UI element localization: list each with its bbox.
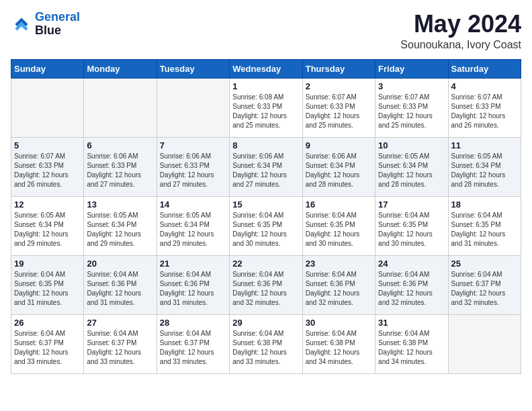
day-info: Sunrise: 6:07 AM Sunset: 6:33 PM Dayligh… xyxy=(306,93,372,130)
weekday-header: Sunday xyxy=(11,59,84,78)
day-number: 30 xyxy=(306,318,372,328)
day-number: 9 xyxy=(306,140,372,150)
calendar-cell xyxy=(157,78,229,137)
weekday-header: Monday xyxy=(84,59,157,78)
day-info: Sunrise: 6:06 AM Sunset: 6:33 PM Dayligh… xyxy=(87,152,153,189)
calendar-cell: 11Sunrise: 6:05 AM Sunset: 6:34 PM Dayli… xyxy=(448,137,521,196)
day-number: 12 xyxy=(14,199,81,210)
day-info: Sunrise: 6:05 AM Sunset: 6:34 PM Dayligh… xyxy=(87,211,153,248)
day-info: Sunrise: 6:05 AM Sunset: 6:34 PM Dayligh… xyxy=(14,211,81,248)
day-number: 14 xyxy=(160,199,226,210)
day-info: Sunrise: 6:04 AM Sunset: 6:36 PM Dayligh… xyxy=(160,270,226,308)
day-info: Sunrise: 6:04 AM Sunset: 6:36 PM Dayligh… xyxy=(87,270,153,308)
day-number: 10 xyxy=(378,140,445,150)
day-number: 8 xyxy=(232,140,299,150)
calendar-cell: 16Sunrise: 6:04 AM Sunset: 6:35 PM Dayli… xyxy=(302,196,375,255)
calendar-cell: 17Sunrise: 6:04 AM Sunset: 6:35 PM Dayli… xyxy=(375,196,448,255)
calendar-cell: 23Sunrise: 6:04 AM Sunset: 6:36 PM Dayli… xyxy=(302,255,375,314)
day-number: 3 xyxy=(378,81,445,91)
calendar-cell: 13Sunrise: 6:05 AM Sunset: 6:34 PM Dayli… xyxy=(84,196,157,255)
day-info: Sunrise: 6:06 AM Sunset: 6:34 PM Dayligh… xyxy=(232,152,299,189)
calendar-week-row: 1Sunrise: 6:08 AM Sunset: 6:33 PM Daylig… xyxy=(11,78,521,137)
logo: General Blue xyxy=(11,11,80,38)
day-info: Sunrise: 6:04 AM Sunset: 6:36 PM Dayligh… xyxy=(378,270,445,308)
day-info: Sunrise: 6:04 AM Sunset: 6:37 PM Dayligh… xyxy=(87,329,153,367)
calendar-cell: 1Sunrise: 6:08 AM Sunset: 6:33 PM Daylig… xyxy=(230,78,302,137)
day-number: 22 xyxy=(232,259,299,269)
day-info: Sunrise: 6:04 AM Sunset: 6:38 PM Dayligh… xyxy=(378,329,445,367)
day-number: 31 xyxy=(378,318,445,328)
calendar: SundayMondayTuesdayWednesdayThursdayFrid… xyxy=(11,59,521,374)
location: Sounoukana, Ivory Coast xyxy=(400,39,521,51)
day-info: Sunrise: 6:04 AM Sunset: 6:35 PM Dayligh… xyxy=(378,211,445,248)
day-info: Sunrise: 6:04 AM Sunset: 6:35 PM Dayligh… xyxy=(306,211,372,248)
calendar-cell xyxy=(84,78,157,137)
logo-text: General Blue xyxy=(35,11,80,38)
calendar-cell: 8Sunrise: 6:06 AM Sunset: 6:34 PM Daylig… xyxy=(230,137,302,196)
calendar-cell: 4Sunrise: 6:07 AM Sunset: 6:33 PM Daylig… xyxy=(448,78,521,137)
day-number: 29 xyxy=(232,318,299,328)
day-number: 5 xyxy=(14,140,81,150)
day-number: 18 xyxy=(451,199,518,210)
day-info: Sunrise: 6:06 AM Sunset: 6:34 PM Dayligh… xyxy=(306,152,372,189)
day-info: Sunrise: 6:07 AM Sunset: 6:33 PM Dayligh… xyxy=(14,152,81,189)
day-info: Sunrise: 6:04 AM Sunset: 6:35 PM Dayligh… xyxy=(232,211,299,248)
calendar-cell: 28Sunrise: 6:04 AM Sunset: 6:37 PM Dayli… xyxy=(157,314,229,373)
day-info: Sunrise: 6:04 AM Sunset: 6:36 PM Dayligh… xyxy=(306,270,372,308)
calendar-cell: 10Sunrise: 6:05 AM Sunset: 6:34 PM Dayli… xyxy=(375,137,448,196)
calendar-cell xyxy=(11,78,84,137)
day-number: 19 xyxy=(14,259,81,269)
day-number: 25 xyxy=(451,259,518,269)
calendar-cell: 19Sunrise: 6:04 AM Sunset: 6:35 PM Dayli… xyxy=(11,255,84,314)
calendar-cell: 12Sunrise: 6:05 AM Sunset: 6:34 PM Dayli… xyxy=(11,196,84,255)
calendar-week-row: 26Sunrise: 6:04 AM Sunset: 6:37 PM Dayli… xyxy=(11,314,521,373)
weekday-header: Friday xyxy=(375,59,448,78)
calendar-cell: 30Sunrise: 6:04 AM Sunset: 6:38 PM Dayli… xyxy=(302,314,375,373)
month-year: May 2024 xyxy=(400,11,521,38)
calendar-cell: 7Sunrise: 6:06 AM Sunset: 6:33 PM Daylig… xyxy=(157,137,229,196)
calendar-cell: 27Sunrise: 6:04 AM Sunset: 6:37 PM Dayli… xyxy=(84,314,157,373)
calendar-cell: 3Sunrise: 6:07 AM Sunset: 6:33 PM Daylig… xyxy=(375,78,448,137)
day-info: Sunrise: 6:08 AM Sunset: 6:33 PM Dayligh… xyxy=(232,93,299,130)
calendar-cell: 20Sunrise: 6:04 AM Sunset: 6:36 PM Dayli… xyxy=(84,255,157,314)
calendar-cell: 31Sunrise: 6:04 AM Sunset: 6:38 PM Dayli… xyxy=(375,314,448,373)
weekday-header-row: SundayMondayTuesdayWednesdayThursdayFrid… xyxy=(11,59,521,78)
day-info: Sunrise: 6:04 AM Sunset: 6:38 PM Dayligh… xyxy=(232,329,299,367)
day-number: 27 xyxy=(87,318,153,328)
page-header: General Blue May 2024 Sounoukana, Ivory … xyxy=(11,11,521,51)
calendar-cell: 24Sunrise: 6:04 AM Sunset: 6:36 PM Dayli… xyxy=(375,255,448,314)
logo-icon xyxy=(11,13,32,35)
day-info: Sunrise: 6:04 AM Sunset: 6:36 PM Dayligh… xyxy=(232,270,299,308)
day-number: 11 xyxy=(451,140,518,150)
day-number: 7 xyxy=(160,140,226,150)
day-info: Sunrise: 6:04 AM Sunset: 6:37 PM Dayligh… xyxy=(160,329,226,367)
calendar-cell: 2Sunrise: 6:07 AM Sunset: 6:33 PM Daylig… xyxy=(302,78,375,137)
day-info: Sunrise: 6:04 AM Sunset: 6:37 PM Dayligh… xyxy=(14,329,81,367)
day-info: Sunrise: 6:05 AM Sunset: 6:34 PM Dayligh… xyxy=(451,152,518,189)
calendar-week-row: 19Sunrise: 6:04 AM Sunset: 6:35 PM Dayli… xyxy=(11,255,521,314)
calendar-cell: 9Sunrise: 6:06 AM Sunset: 6:34 PM Daylig… xyxy=(302,137,375,196)
day-info: Sunrise: 6:06 AM Sunset: 6:33 PM Dayligh… xyxy=(160,152,226,189)
weekday-header: Saturday xyxy=(448,59,521,78)
title-area: May 2024 Sounoukana, Ivory Coast xyxy=(400,11,521,51)
day-number: 20 xyxy=(87,259,153,269)
day-number: 24 xyxy=(378,259,445,269)
day-number: 26 xyxy=(14,318,81,328)
weekday-header: Thursday xyxy=(302,59,375,78)
day-number: 23 xyxy=(306,259,372,269)
weekday-header: Tuesday xyxy=(157,59,229,78)
day-number: 2 xyxy=(306,81,372,91)
calendar-cell: 6Sunrise: 6:06 AM Sunset: 6:33 PM Daylig… xyxy=(84,137,157,196)
calendar-cell: 29Sunrise: 6:04 AM Sunset: 6:38 PM Dayli… xyxy=(230,314,302,373)
day-info: Sunrise: 6:04 AM Sunset: 6:38 PM Dayligh… xyxy=(306,329,372,367)
day-info: Sunrise: 6:07 AM Sunset: 6:33 PM Dayligh… xyxy=(451,93,518,130)
day-number: 28 xyxy=(160,318,226,328)
day-number: 1 xyxy=(232,81,299,91)
day-number: 21 xyxy=(160,259,226,269)
calendar-week-row: 5Sunrise: 6:07 AM Sunset: 6:33 PM Daylig… xyxy=(11,137,521,196)
day-info: Sunrise: 6:07 AM Sunset: 6:33 PM Dayligh… xyxy=(378,93,445,130)
day-number: 4 xyxy=(451,81,518,91)
day-number: 13 xyxy=(87,199,153,210)
day-number: 17 xyxy=(378,199,445,210)
calendar-cell: 14Sunrise: 6:05 AM Sunset: 6:34 PM Dayli… xyxy=(157,196,229,255)
